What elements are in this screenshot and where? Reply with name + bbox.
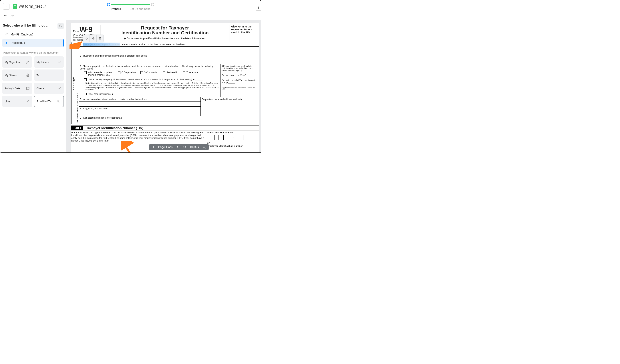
text-icon: T — [59, 73, 61, 77]
prefilled-icon — [57, 100, 61, 103]
tool-signature-label: My Signature — [5, 61, 21, 64]
svg-line-15 — [205, 148, 206, 149]
zoom-level[interactable]: 100% ▾ — [190, 145, 199, 149]
person-icon — [5, 41, 8, 45]
line-2: 2Business name/disregarded entity name, … — [79, 54, 259, 58]
undo-button[interactable] — [4, 14, 8, 18]
w9-main-title1: Request for Taxpayer — [141, 25, 189, 30]
w9-body: Print or type. See Specific Instructions… — [71, 42, 259, 124]
chk-trust[interactable]: Trust/estate — [183, 71, 199, 74]
step-setup-label[interactable]: Set Up and Send — [130, 7, 151, 10]
chk-scorp[interactable]: S Corporation — [140, 71, 158, 74]
zoom-out-button[interactable] — [183, 146, 187, 149]
signature-icon — [26, 60, 30, 64]
tool-stamp[interactable]: My Stamp — [2, 70, 32, 81]
line-6-input[interactable] — [79, 111, 201, 116]
filler-recipient-option[interactable]: Recipient 1 — [2, 39, 64, 47]
more-menu-button[interactable]: ⋮ — [256, 4, 261, 11]
tool-date-label: Today's Date — [5, 87, 20, 90]
line-7-input[interactable] — [79, 120, 259, 124]
filler-recipient-label: Recipient 1 — [11, 41, 25, 45]
svg-rect-3 — [27, 76, 29, 76]
annotation-arrow-field — [69, 38, 91, 49]
check-icon — [57, 86, 61, 90]
pencil-icon — [5, 33, 8, 36]
rot-print-type: Print or type. — [71, 42, 76, 124]
tool-date[interactable]: Today's Date — [2, 83, 32, 94]
svg-rect-8 — [93, 38, 94, 39]
document-title[interactable]: w9 form_test — [19, 4, 42, 9]
redo-button[interactable] — [10, 14, 14, 18]
chk-partnership[interactable]: Partnership — [163, 71, 178, 74]
edit-title-icon[interactable] — [43, 5, 46, 8]
svg-line-5 — [27, 100, 29, 102]
line-5-input[interactable] — [79, 102, 201, 106]
chk-individual[interactable]: Individual/sole proprietor or single-mem… — [84, 71, 113, 76]
part1-header: Part I Taxpayer Identification Number (T… — [71, 125, 259, 130]
tool-palette: My Signature My Initials JS My Stamp — [2, 56, 64, 107]
w9-goto: ▶ Go to www.irs.gov/FormW9 for instructi… — [103, 37, 227, 40]
prev-page-button[interactable] — [151, 146, 155, 149]
tool-prefilled-label: Pre-filled Text — [37, 100, 53, 103]
chk-ccorp[interactable]: C Corporation — [118, 71, 136, 74]
ssn-label: Social security number — [207, 131, 258, 134]
line-7: 7List account number(s) here (optional) — [79, 116, 259, 120]
svg-rect-6 — [58, 100, 60, 102]
left-sidebar: Select who will be filling out: Me (Fill… — [0, 20, 66, 152]
chevron-down-icon: ▾ — [198, 146, 199, 149]
w9-main-title2: Identification Number and Certification — [121, 30, 209, 35]
calendar-icon — [26, 86, 30, 90]
chevron-left-icon — [5, 5, 7, 8]
svg-rect-4 — [26, 87, 29, 90]
progress-steps — [107, 3, 154, 6]
llc-note: Note: Check the appropriate box in the l… — [80, 82, 219, 91]
line-icon — [26, 100, 30, 103]
tool-check-label: Check — [37, 87, 44, 90]
step-setup-circle[interactable] — [151, 3, 154, 6]
filler-heading: Select who will be filling out: — [2, 22, 64, 30]
tool-text-label: Text — [37, 74, 42, 77]
line-6: 6City, state, and ZIP code — [79, 106, 201, 111]
tool-stamp-label: My Stamp — [5, 74, 17, 77]
tool-signature[interactable]: My Signature — [2, 56, 32, 68]
tool-line[interactable]: Line — [2, 96, 32, 107]
svg-rect-2 — [27, 74, 28, 75]
form-word: Form — [73, 30, 78, 32]
pdf-page[interactable]: Form W-9 (Rev. October 2018) Department … — [71, 23, 259, 152]
next-page-button[interactable] — [176, 146, 180, 149]
delete-field-button[interactable] — [97, 35, 104, 42]
step-prepare-label[interactable]: Prepare — [111, 7, 121, 10]
svg-rect-9 — [92, 37, 94, 39]
stamp-icon — [26, 73, 30, 77]
page-navigation-bar: Page 1 of 6 100% ▾ — [149, 144, 209, 150]
line-2-input[interactable] — [79, 58, 259, 64]
line-1-input[interactable] — [79, 46, 259, 54]
document-canvas[interactable]: Form W-9 (Rev. October 2018) Department … — [66, 20, 261, 152]
tool-check[interactable]: Check — [34, 83, 64, 94]
template-icon — [13, 4, 17, 9]
top-bar: w9 form_test Prepare Set Up and Send ⋮ — [0, 0, 261, 12]
step-prepare-circle[interactable] — [107, 3, 110, 6]
ein-label: Employer identification number — [207, 145, 258, 147]
manage-recipients-button[interactable] — [58, 23, 64, 29]
tool-initials-label: My Initials — [37, 61, 49, 64]
back-button[interactable] — [3, 3, 9, 10]
w9-give-to: Give Form to the requester. Do not send … — [230, 25, 257, 42]
zoom-in-button[interactable] — [202, 146, 207, 149]
step-connector — [111, 4, 150, 5]
filler-me-label: Me (Fill Out Now) — [11, 33, 33, 36]
svg-point-1 — [6, 42, 7, 43]
tool-prefilled-text[interactable]: Pre-filled Text — [34, 96, 64, 107]
chk-other[interactable]: Other (see instructions) ▶ — [84, 92, 114, 95]
rot-instructions: See Specific Instructions on page 3. — [76, 42, 79, 124]
history-toolbar — [0, 12, 261, 20]
svg-line-12 — [185, 148, 186, 149]
requester-box[interactable]: Requester's name and address (optional) — [201, 97, 259, 116]
tool-initials[interactable]: My Initials JS — [34, 56, 64, 68]
tool-text[interactable]: Text T — [34, 70, 64, 81]
filler-me-option[interactable]: Me (Fill Out Now) — [2, 31, 64, 38]
ssn-input[interactable]: – – — [207, 135, 258, 140]
tool-line-label: Line — [5, 100, 10, 103]
chk-llc[interactable]: Limited liability company. Enter the tax… — [84, 78, 203, 81]
page-indicator: Page 1 of 6 — [158, 146, 173, 149]
